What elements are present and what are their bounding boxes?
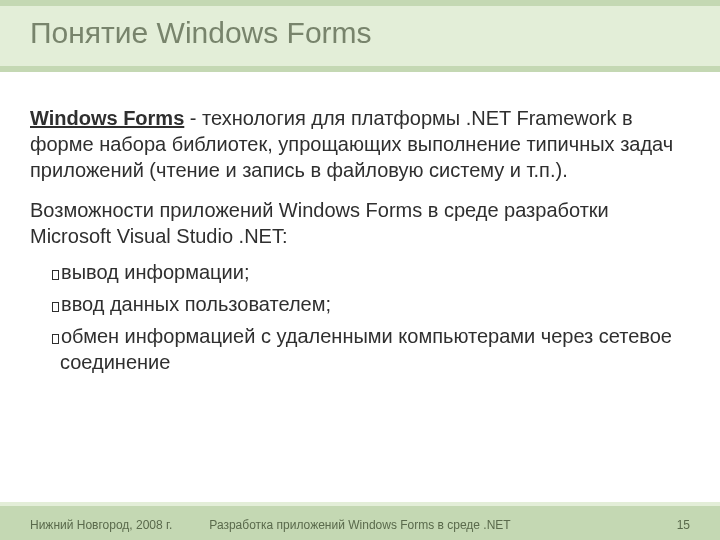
list-item-text: обмен информацией с удаленными компьютер… (60, 325, 672, 373)
bullet-icon (52, 270, 59, 280)
term-windows-forms: Windows Forms (30, 107, 184, 129)
paragraph-2: Возможности приложений Windows Forms в с… (30, 197, 690, 249)
list-item-text: ввод данных пользователем; (61, 293, 331, 315)
slide: Понятие Windows Forms Windows Forms - те… (0, 0, 720, 540)
bullet-list: вывод информации; ввод данных пользовате… (52, 259, 690, 375)
slide-title: Понятие Windows Forms (30, 16, 372, 50)
bullet-icon (52, 302, 59, 312)
bullet-icon (52, 334, 59, 344)
paragraph-1: Windows Forms - технология для платформы… (30, 105, 690, 183)
list-item: вывод информации; (52, 259, 690, 285)
list-item: ввод данных пользователем; (52, 291, 690, 317)
content-area: Windows Forms - технология для платформы… (30, 105, 690, 381)
list-item-text: вывод информации; (61, 261, 249, 283)
title-band: Понятие Windows Forms (0, 0, 720, 72)
page-number: 15 (677, 518, 690, 532)
footer-center-text: Разработка приложений Windows Forms в ср… (0, 518, 720, 532)
list-item: обмен информацией с удаленными компьютер… (52, 323, 690, 375)
footer: Нижний Новгород, 2008 г. Разработка прил… (0, 506, 720, 540)
